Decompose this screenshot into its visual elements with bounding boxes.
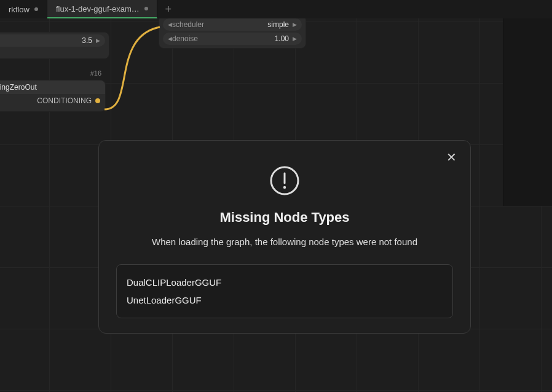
missing-node-type: UnetLoaderGGUF xyxy=(127,291,443,309)
dialog-message: When loading the graph, the following no… xyxy=(116,237,453,247)
missing-node-types-dialog: ✕ Missing Node Types When loading the gr… xyxy=(98,140,471,334)
missing-list: DualCLIPLoaderGGUF UnetLoaderGGUF xyxy=(116,264,453,318)
dialog-title: Missing Node Types xyxy=(116,210,453,225)
modal-backdrop: ✕ Missing Node Types When loading the gr… xyxy=(0,0,552,392)
close-button[interactable]: ✕ xyxy=(443,149,459,165)
close-icon: ✕ xyxy=(446,150,457,165)
missing-node-type: DualCLIPLoaderGGUF xyxy=(127,273,443,291)
svg-point-2 xyxy=(283,186,286,189)
alert-icon xyxy=(269,165,300,196)
